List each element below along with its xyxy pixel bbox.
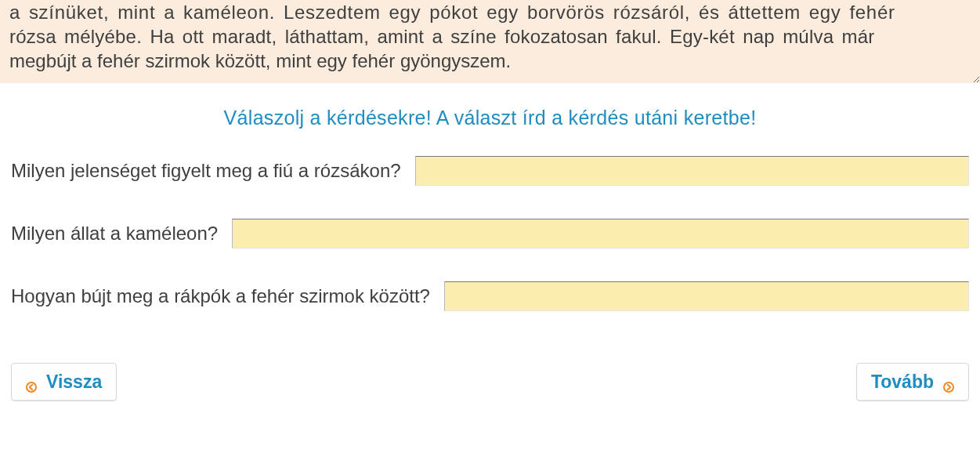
instruction-text: Válaszolj a kérdésekre! A választ írd a …: [0, 107, 980, 129]
question-label: Milyen állat a kaméleon?: [11, 223, 218, 245]
question-label: Hogyan bújt meg a rákpók a fehér szirmok…: [11, 285, 430, 307]
svg-point-0: [27, 382, 36, 392]
question-row: Hogyan bújt meg a rákpók a fehér szirmok…: [11, 281, 969, 311]
svg-point-1: [944, 382, 953, 392]
question-row: Milyen jelenséget figyelt meg a fiú a ró…: [11, 156, 969, 186]
next-button[interactable]: Tovább: [856, 363, 969, 401]
questions-block: Milyen jelenséget figyelt meg a fiú a ró…: [0, 156, 980, 311]
passage-line: a színüket, mint a kaméleon. Leszedtem e…: [9, 0, 971, 24]
passage-line: rózsa mélyébe. Ha ott maradt, láthattam,…: [9, 24, 971, 49]
answer-input-2[interactable]: [232, 219, 969, 248]
question-label: Milyen jelenséget figyelt meg a fiú a ró…: [11, 160, 401, 182]
arrow-right-icon: [943, 376, 954, 387]
arrow-left-icon: [26, 376, 37, 387]
reading-passage: a színüket, mint a kaméleon. Leszedtem e…: [0, 0, 980, 83]
passage-line: megbújt a fehér szirmok között, mint egy…: [9, 49, 971, 73]
page-container: a színüket, mint a kaméleon. Leszedtem e…: [0, 0, 980, 412]
answer-input-3[interactable]: [444, 281, 969, 311]
back-button-label: Vissza: [46, 372, 102, 393]
navigation-bar: Vissza Tovább: [0, 352, 980, 412]
question-row: Milyen állat a kaméleon?: [11, 219, 969, 248]
answer-input-1[interactable]: [415, 156, 969, 186]
back-button[interactable]: Vissza: [11, 363, 117, 401]
next-button-label: Tovább: [871, 372, 934, 393]
